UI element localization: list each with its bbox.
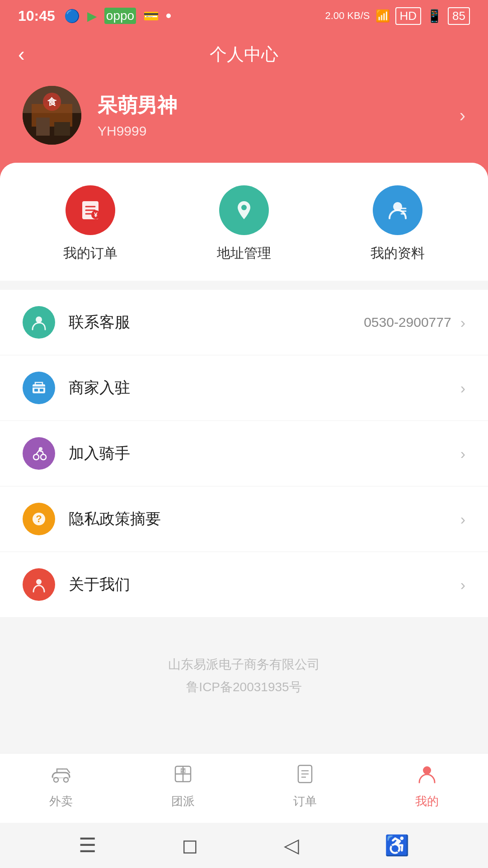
home-btn[interactable]: ◻ xyxy=(182,835,198,855)
rider-icon-wrap xyxy=(23,437,55,470)
svg-text:食: 食 xyxy=(47,97,57,107)
svg-rect-5 xyxy=(36,118,50,136)
profile-left: 食 呆萌男神 YH9999 xyxy=(23,86,177,145)
avatar-image: 食 xyxy=(23,86,81,145)
svg-text:团: 团 xyxy=(180,768,186,774)
customer-service-icon xyxy=(30,313,48,331)
system-nav: ☰ ◻ ◁ ♿ xyxy=(0,823,488,868)
privacy-arrow: › xyxy=(460,510,465,528)
svg-rect-6 xyxy=(54,122,70,136)
about-arrow: › xyxy=(460,576,465,594)
privacy-label: 隐私政策摘要 xyxy=(69,509,460,529)
address-icon xyxy=(231,198,257,223)
svg-text:?: ? xyxy=(36,513,42,524)
svg-rect-21 xyxy=(40,389,43,392)
footer-info: 山东易派电子商务有限公司 鲁ICP备20031935号 xyxy=(0,626,488,717)
merchant-icon-wrap xyxy=(23,372,55,404)
icp-number: 鲁ICP备20031935号 xyxy=(9,676,479,698)
group-icon: 团 xyxy=(172,763,194,789)
action-profile[interactable]: 我的资料 xyxy=(371,185,425,263)
status-icons: 2.00 KB/S 📶 HD 📱 85 xyxy=(325,7,470,25)
profile-id: YH9999 xyxy=(98,123,177,139)
menu-item-customer-service[interactable]: 联系客服 0530-2900777 › xyxy=(0,290,488,355)
orders-icon: ¥ xyxy=(78,198,103,223)
network-speed: 2.00 KB/S xyxy=(325,10,370,22)
signal-icon: 📱 xyxy=(427,9,442,24)
about-icon-wrap xyxy=(23,568,55,601)
customer-service-phone: 0530-2900777 xyxy=(364,315,451,330)
wifi-icon: 📶 xyxy=(375,9,390,23)
orders-nav-label: 订单 xyxy=(293,793,317,809)
accessibility-btn[interactable]: ♿ xyxy=(385,835,409,855)
svg-point-38 xyxy=(423,766,431,774)
app-icon-1: 🔵 xyxy=(64,9,80,24)
menu-item-rider[interactable]: 加入骑手 › xyxy=(0,421,488,486)
avatar[interactable]: 食 xyxy=(23,86,81,145)
app-icon-3: oppo xyxy=(104,8,136,24)
customer-service-arrow: › xyxy=(460,314,465,331)
merchant-arrow: › xyxy=(460,379,465,397)
profile-info: 呆萌男神 YH9999 xyxy=(98,92,177,139)
svg-text:¥: ¥ xyxy=(94,211,98,218)
profile-data-label: 我的资料 xyxy=(371,244,425,263)
menu-list: 联系客服 0530-2900777 › 商家入驻 › xyxy=(0,290,488,617)
address-label: 地址管理 xyxy=(217,244,271,263)
back-button[interactable]: ‹ xyxy=(18,44,25,64)
rider-arrow: › xyxy=(460,445,465,462)
nav-group[interactable]: 团 团派 xyxy=(142,763,224,809)
rider-label: 加入骑手 xyxy=(69,443,460,464)
status-time: 10:45 xyxy=(18,8,55,24)
bottom-nav: 外卖 团 团派 订单 xyxy=(0,753,488,823)
privacy-icon: ? xyxy=(30,510,48,528)
app-icon-2: ▶ xyxy=(87,9,97,24)
merchant-icon xyxy=(30,379,48,397)
avatar-svg: 食 xyxy=(23,86,81,145)
svg-point-18 xyxy=(36,316,42,323)
app-icon-4: 💳 xyxy=(143,9,159,24)
orders-label: 我的订单 xyxy=(63,244,117,263)
battery-icon: 85 xyxy=(448,7,470,25)
profile-arrow[interactable]: › xyxy=(460,105,465,126)
nav-mine[interactable]: 我的 xyxy=(386,763,468,809)
svg-rect-20 xyxy=(34,389,38,392)
hd-label: HD xyxy=(395,7,422,25)
about-icon xyxy=(30,576,48,594)
status-left-icons: 🔵 ▶ oppo 💳 xyxy=(64,8,171,24)
action-orders[interactable]: ¥ 我的订单 xyxy=(63,185,117,263)
svg-point-22 xyxy=(33,454,39,460)
svg-point-13 xyxy=(241,205,247,210)
quick-actions: ¥ 我的订单 地址管理 xyxy=(0,163,488,281)
menu-item-about[interactable]: 关于我们 › xyxy=(0,552,488,617)
svg-point-27 xyxy=(36,579,42,585)
status-bar: 10:45 🔵 ▶ oppo 💳 2.00 KB/S 📶 HD 📱 85 xyxy=(0,0,488,32)
nav-delivery[interactable]: 外卖 xyxy=(20,763,102,809)
group-label: 团派 xyxy=(171,793,195,809)
svg-point-23 xyxy=(41,454,46,460)
page-header: ‹ 个人中心 xyxy=(0,32,488,77)
page-title: 个人中心 xyxy=(210,43,278,66)
nav-orders[interactable]: 订单 xyxy=(264,763,346,809)
company-name: 山东易派电子商务有限公司 xyxy=(9,653,479,676)
delivery-icon xyxy=(49,763,73,789)
address-icon-wrap xyxy=(219,185,269,235)
customer-service-label: 联系客服 xyxy=(69,312,364,333)
menu-item-merchant[interactable]: 商家入驻 › xyxy=(0,355,488,421)
profile-icon xyxy=(385,198,410,223)
menu-item-privacy[interactable]: ? 隐私政策摘要 › xyxy=(0,486,488,552)
back-nav-btn[interactable]: ◁ xyxy=(284,835,299,855)
customer-service-icon-wrap xyxy=(23,306,55,339)
menu-btn[interactable]: ☰ xyxy=(79,835,96,855)
profile-name: 呆萌男神 xyxy=(98,92,177,119)
svg-rect-19 xyxy=(33,384,45,393)
action-address[interactable]: 地址管理 xyxy=(217,185,271,263)
mine-label: 我的 xyxy=(415,793,439,809)
mine-icon xyxy=(416,763,438,789)
privacy-icon-wrap: ? xyxy=(23,503,55,535)
orders-nav-icon xyxy=(294,763,316,789)
merchant-label: 商家入驻 xyxy=(69,377,460,398)
profile-icon-wrap xyxy=(373,185,422,235)
about-label: 关于我们 xyxy=(69,574,460,595)
main-card: ¥ 我的订单 地址管理 xyxy=(0,163,488,796)
delivery-label: 外卖 xyxy=(49,793,73,809)
rider-icon xyxy=(30,444,48,462)
